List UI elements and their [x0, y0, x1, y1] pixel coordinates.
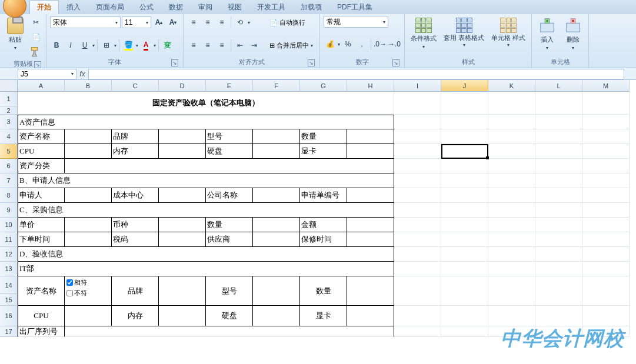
col-header[interactable]: C	[112, 80, 159, 92]
col-header[interactable]: I	[394, 80, 441, 92]
cells-area[interactable]: 固定资产验收单（笔记本电脑） A资产信息 资产名称 品牌 型号 数量 CPU 内…	[18, 92, 630, 337]
tab-view[interactable]: 视图	[220, 0, 249, 14]
section-header: B、申请人信息	[18, 173, 394, 188]
col-header[interactable]: F	[253, 80, 300, 92]
fx-button[interactable]: fx	[76, 70, 88, 78]
name-box[interactable]: J5▾	[18, 69, 76, 79]
insert-cells-button[interactable]: 插入▾	[535, 16, 559, 52]
conditional-format-button[interactable]: 条件格式▾	[408, 16, 439, 51]
format-painter-button[interactable]	[29, 45, 42, 58]
col-header-active[interactable]: J	[441, 80, 488, 92]
font-name-combo[interactable]: 宋体▾	[50, 16, 121, 28]
row-header[interactable]: 13	[0, 262, 18, 276]
accounting-button[interactable]: 💰	[324, 38, 337, 51]
cut-button[interactable]: ✂	[29, 16, 42, 29]
border-button[interactable]: ⊞	[100, 39, 113, 52]
group-label-styles: 样式	[408, 56, 528, 68]
group-label-alignment: 对齐方式↘	[187, 56, 316, 68]
row-header[interactable]: 7	[0, 173, 18, 188]
align-middle-button[interactable]: ≡	[201, 16, 214, 29]
row-header[interactable]: 3	[0, 115, 18, 129]
row-header[interactable]: 17	[0, 326, 18, 337]
percent-button[interactable]: %	[341, 38, 354, 51]
orientation-button[interactable]: ⟲	[234, 16, 247, 29]
col-header[interactable]: D	[159, 80, 206, 92]
row-header[interactable]: 8	[0, 188, 18, 203]
align-right-button[interactable]: ≡	[215, 39, 228, 52]
number-format-combo[interactable]: 常规▾	[324, 16, 388, 28]
row-header[interactable]: 11	[0, 232, 18, 247]
col-header[interactable]: K	[488, 80, 535, 92]
group-number: 常规▾ 💰▾ % , .0→ →.0 数字↘	[320, 14, 405, 68]
merge-center-button[interactable]: ⊞合并后居中▾	[267, 39, 316, 52]
launcher-icon[interactable]: ↘	[392, 59, 399, 66]
row-header[interactable]: 6	[0, 159, 18, 173]
checkbox-nomatch[interactable]: 不符	[66, 289, 87, 298]
format-table-button[interactable]: 套用 表格格式▾	[441, 16, 487, 49]
decrease-decimal-button[interactable]: →.0	[388, 38, 401, 51]
tab-addins[interactable]: 加载项	[293, 0, 329, 14]
tab-review[interactable]: 审阅	[191, 0, 220, 14]
tab-data[interactable]: 数据	[161, 0, 191, 14]
col-header[interactable]: G	[300, 80, 347, 92]
checkbox-match[interactable]: 相符	[66, 278, 87, 287]
align-bottom-button[interactable]: ≡	[215, 16, 228, 29]
ribbon-tabs: 开始 插入 页面布局 公式 数据 审阅 视图 开发工具 加载项 PDF工具集	[0, 0, 636, 14]
launcher-icon[interactable]: ↘	[171, 59, 178, 66]
col-header[interactable]: L	[535, 80, 582, 92]
font-size-combo[interactable]: 11▾	[122, 16, 151, 28]
delete-icon	[564, 18, 582, 34]
row-header-active[interactable]: 5	[0, 144, 18, 159]
row-header[interactable]: 16	[0, 306, 18, 326]
align-center-button[interactable]: ≡	[201, 39, 214, 52]
tab-formulas[interactable]: 公式	[132, 0, 161, 14]
row-header[interactable]: 14	[0, 276, 18, 294]
tab-home[interactable]: 开始	[29, 0, 59, 14]
row-header[interactable]: 15	[0, 294, 18, 306]
clipboard-icon	[7, 18, 24, 34]
launcher-icon[interactable]: ↘	[34, 61, 41, 68]
col-header[interactable]: H	[347, 80, 394, 92]
group-cells: 插入▾ 删除▾ 单元格	[532, 14, 589, 68]
col-header[interactable]: M	[582, 80, 630, 92]
col-header[interactable]: E	[206, 80, 253, 92]
select-all-corner[interactable]	[0, 80, 18, 92]
align-top-button[interactable]: ≡	[187, 16, 200, 29]
tab-pdf[interactable]: PDF工具集	[329, 0, 380, 14]
col-header[interactable]: B	[65, 80, 112, 92]
tab-developer[interactable]: 开发工具	[249, 0, 293, 14]
comma-button[interactable]: ,	[355, 38, 368, 51]
increase-indent-button[interactable]: ⇥	[248, 39, 261, 52]
delete-cells-button[interactable]: 删除▾	[561, 16, 585, 52]
underline-button[interactable]: U	[78, 39, 91, 52]
copy-button[interactable]: 📄	[29, 31, 42, 44]
increase-decimal-button[interactable]: .0→	[374, 38, 387, 51]
group-label-number: 数字↘	[324, 56, 401, 68]
insert-icon	[538, 18, 556, 34]
row-header[interactable]: 10	[0, 218, 18, 232]
decrease-indent-button[interactable]: ⇤	[234, 39, 247, 52]
tab-pagelayout[interactable]: 页面布局	[88, 0, 132, 14]
shrink-font-button[interactable]: A▾	[167, 16, 179, 29]
italic-button[interactable]: I	[64, 39, 77, 52]
align-left-button[interactable]: ≡	[187, 39, 200, 52]
launcher-icon[interactable]: ↘	[308, 59, 315, 66]
bold-button[interactable]: B	[50, 39, 63, 52]
formula-bar[interactable]	[88, 69, 624, 79]
phonetic-button[interactable]: 変	[161, 39, 174, 52]
paste-button[interactable]: 粘贴 ▾	[4, 16, 27, 52]
row-header[interactable]: 4	[0, 129, 18, 144]
row-header[interactable]: 2	[0, 106, 18, 115]
tab-insert[interactable]: 插入	[59, 0, 88, 14]
grow-font-button[interactable]: A▴	[152, 16, 165, 29]
font-color-button[interactable]: A	[139, 39, 152, 52]
row-header[interactable]: 9	[0, 203, 18, 218]
col-header[interactable]: A	[18, 80, 65, 92]
row-header[interactable]: 12	[0, 247, 18, 262]
fill-color-button[interactable]: 🪣	[122, 39, 135, 52]
row-header[interactable]: 1	[0, 92, 18, 106]
wrap-text-button[interactable]: 📄自动换行	[267, 16, 316, 29]
row-headers: 1 2 3 4 5 6 7 8 9 10 11 12 13 14 15 16 1…	[0, 92, 18, 337]
cell-styles-button[interactable]: 单元格 样式▾	[489, 16, 528, 49]
group-label-font: 字体↘	[50, 56, 179, 68]
